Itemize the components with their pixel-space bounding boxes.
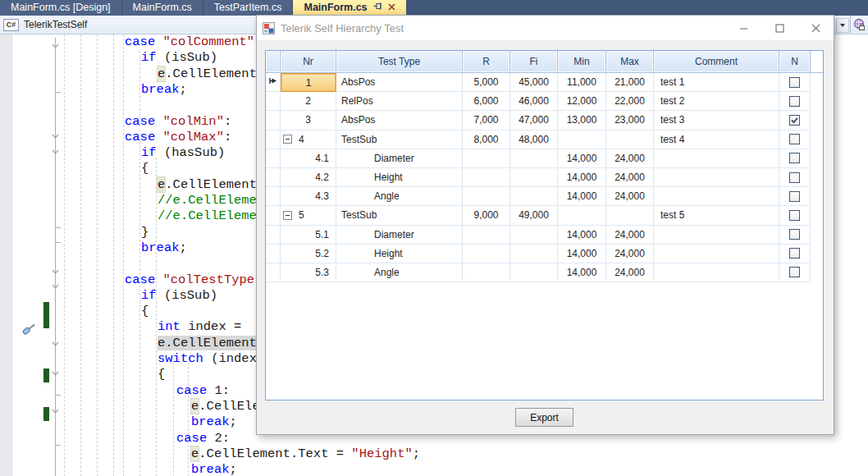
cell-test-type[interactable]: AbsPos [336, 111, 463, 130]
cell-test-type[interactable]: Diameter [336, 226, 463, 245]
cell-test-type[interactable]: Angle [336, 187, 463, 206]
checkbox-unchecked[interactable] [789, 229, 800, 240]
cell-r[interactable]: 8,000 [463, 130, 510, 149]
cell-nr[interactable]: 3 [281, 111, 336, 130]
cell-n[interactable] [779, 168, 811, 187]
row-indicator-cell[interactable] [266, 206, 281, 225]
cell-n[interactable] [779, 187, 811, 206]
table-row[interactable]: 4.3Angle14,00024,000 [266, 187, 823, 206]
cell-comment[interactable] [654, 245, 779, 263]
cell-n[interactable] [779, 226, 811, 245]
cell-comment[interactable] [654, 149, 779, 168]
grid-header-nr[interactable]: Nr [281, 51, 336, 73]
cell-min[interactable]: 14,000 [558, 149, 606, 168]
cell-max[interactable]: 24,000 [606, 245, 654, 263]
outline-collapse-chevron-icon[interactable] [52, 365, 59, 380]
cell-test-type[interactable]: Angle [336, 263, 463, 282]
cell-fi[interactable]: 49,000 [510, 206, 558, 225]
row-indicator-cell[interactable] [266, 73, 281, 92]
row-indicator-cell[interactable] [266, 226, 281, 245]
cell-fi[interactable] [510, 168, 558, 187]
table-row[interactable]: 3AbsPos7,00047,00013,00023,000test 3 [266, 111, 823, 130]
cell-fi[interactable] [510, 187, 558, 206]
outline-collapse-chevron-icon[interactable] [52, 38, 59, 53]
hierarchy-grid[interactable]: NrTest TypeRFiMinMaxCommentN 1AbsPos5,00… [265, 50, 824, 400]
cell-fi[interactable]: 47,000 [510, 111, 558, 130]
cell-max[interactable]: 23,000 [606, 111, 654, 130]
cell-min[interactable]: 13,000 [558, 111, 606, 130]
cell-r[interactable] [463, 226, 510, 245]
cell-n[interactable] [779, 130, 811, 149]
cell-nr[interactable]: 1 [281, 73, 336, 92]
cell-comment[interactable]: test 3 [654, 111, 779, 130]
row-indicator-cell[interactable] [266, 168, 281, 187]
cell-min[interactable] [558, 130, 606, 149]
table-row[interactable]: 5.1Diameter14,00024,000 [266, 226, 823, 245]
chevron-down-icon[interactable] [836, 18, 849, 33]
cell-min[interactable]: 14,000 [558, 263, 606, 282]
tab-4-active[interactable]: MainForm.cs [293, 0, 405, 16]
cell-n[interactable] [779, 73, 811, 92]
cell-r[interactable]: 6,000 [463, 92, 510, 111]
table-row[interactable]: 5.3Angle14,00024,000 [266, 263, 823, 282]
cell-n[interactable] [779, 111, 811, 130]
outline-collapse-chevron-icon[interactable] [52, 144, 59, 158]
maximize-button[interactable] [761, 16, 797, 39]
tab-1[interactable]: MainForm.cs [Design] [0, 0, 122, 16]
outline-collapse-chevron-icon[interactable] [52, 128, 59, 143]
cell-fi[interactable] [510, 149, 558, 168]
grid-header-n[interactable]: N [779, 51, 811, 73]
dialog-title-bar[interactable]: Telerik Self Hierarchy Test [257, 16, 834, 40]
cell-fi[interactable]: 46,000 [510, 92, 558, 111]
cell-comment[interactable]: test 1 [654, 73, 779, 92]
grid-header-indicator[interactable] [266, 51, 281, 73]
cell-min[interactable] [558, 206, 606, 225]
pin-icon[interactable] [373, 0, 382, 16]
minimize-button[interactable] [725, 16, 761, 39]
grid-header-r[interactable]: R [463, 51, 510, 73]
cell-min[interactable]: 14,000 [558, 245, 606, 263]
outline-collapse-chevron-icon[interactable] [52, 278, 59, 293]
close-button[interactable] [797, 16, 834, 39]
table-row[interactable]: 2RelPos6,00046,00012,00022,000test 2 [266, 92, 823, 111]
row-indicator-cell[interactable] [266, 111, 281, 130]
row-indicator-cell[interactable] [266, 130, 281, 149]
cell-nr[interactable]: 4 [281, 130, 336, 149]
cell-test-type[interactable]: AbsPos [336, 73, 463, 92]
row-indicator-cell[interactable] [266, 187, 281, 206]
checkbox-unchecked[interactable] [789, 134, 800, 144]
grid-header-test-type[interactable]: Test Type [336, 51, 463, 73]
cell-fi[interactable] [510, 245, 558, 263]
screwdriver-icon[interactable] [21, 320, 38, 340]
cell-comment[interactable] [654, 263, 779, 282]
cell-max[interactable]: 22,000 [606, 92, 654, 111]
cell-fi[interactable] [510, 263, 558, 282]
cell-nr[interactable]: 5.1 [281, 226, 336, 245]
cell-min[interactable]: 14,000 [558, 226, 606, 245]
cell-r[interactable] [463, 263, 510, 282]
cell-min[interactable]: 12,000 [558, 92, 606, 111]
cell-n[interactable] [779, 206, 811, 225]
table-row[interactable]: 4.2Height14,00024,000 [266, 168, 823, 187]
cell-comment[interactable]: test 5 [654, 206, 779, 225]
grid-header-comment[interactable]: Comment [654, 51, 779, 73]
checkbox-unchecked[interactable] [789, 153, 800, 163]
grid-header-max[interactable]: Max [606, 51, 654, 73]
grid-header-fi[interactable]: Fi [510, 51, 558, 73]
cell-r[interactable] [463, 168, 510, 187]
cell-comment[interactable] [654, 226, 779, 245]
checkbox-unchecked[interactable] [789, 191, 800, 202]
cell-nr[interactable]: 4.2 [281, 168, 336, 187]
cell-max[interactable] [606, 206, 654, 225]
table-row[interactable]: 4TestSub8,00048,000test 4 [266, 130, 823, 149]
cell-test-type[interactable]: Height [336, 168, 463, 187]
cell-r[interactable]: 9,000 [463, 206, 510, 225]
outline-collapse-chevron-icon[interactable] [52, 403, 59, 418]
cell-fi[interactable]: 48,000 [510, 130, 558, 149]
cell-comment[interactable]: test 4 [654, 130, 779, 149]
table-row[interactable]: 1AbsPos5,00045,00011,00021,000test 1 [266, 73, 823, 92]
cell-nr[interactable]: 5 [281, 206, 336, 225]
cell-r[interactable] [463, 149, 510, 168]
tab-2[interactable]: MainForm.cs [122, 0, 203, 16]
cell-n[interactable] [779, 245, 811, 263]
